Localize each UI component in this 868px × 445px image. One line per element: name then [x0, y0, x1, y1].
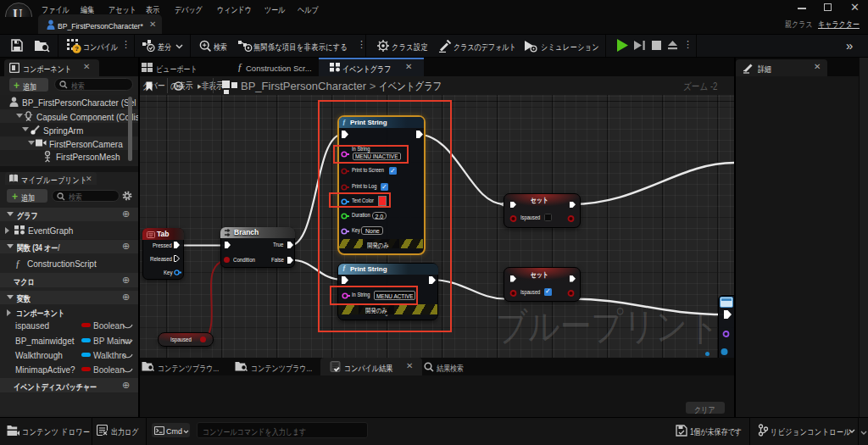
svg-text:?: ? — [75, 45, 79, 53]
